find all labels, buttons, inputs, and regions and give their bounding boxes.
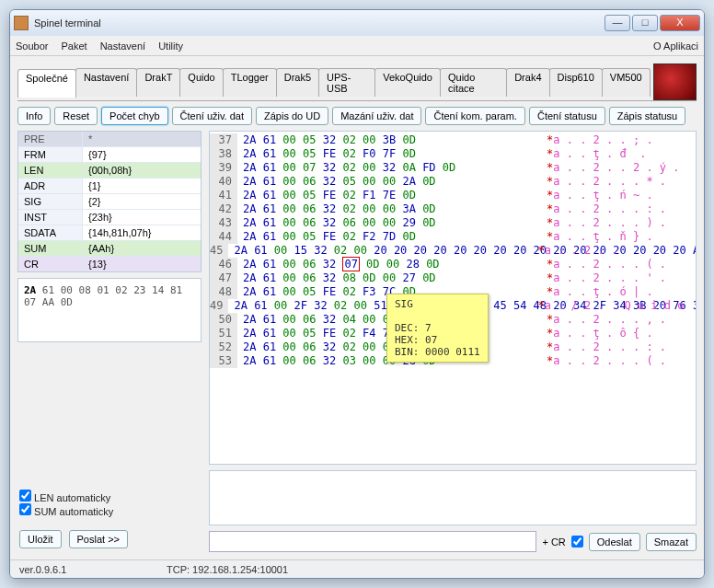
menu-item[interactable]: Utility: [158, 40, 183, 52]
menu-item[interactable]: Paket: [61, 40, 86, 52]
param-table: PRE * FRM{97}LEN{00h,08h}ADR{1}SIG{2}INS…: [17, 131, 202, 272]
param-val[interactable]: {AAh}: [83, 241, 201, 256]
close-button[interactable]: X: [660, 15, 700, 31]
param-key: ADR: [18, 179, 83, 193]
toolbar-button[interactable]: Mazání uživ. dat: [332, 107, 421, 125]
toolbar-button[interactable]: Čtení uživ. dat: [172, 107, 253, 125]
hex-line[interactable]: 422A 61 00 06 32 02 00 00 3A 0D*a . . 2 …: [210, 202, 696, 216]
hex-line[interactable]: 382A 61 00 05 FE 02 F0 7F 0D*a . . ţ . đ…: [210, 147, 696, 161]
toolbar-button[interactable]: Zápis statusu: [609, 107, 685, 125]
hex-line[interactable]: 452A 61 00 15 32 02 00 20 20 20 20 20 20…: [210, 244, 696, 258]
tab-vm500[interactable]: VM500: [602, 68, 651, 97]
app-icon: [14, 16, 29, 30]
window-title: Spinel terminal: [34, 17, 605, 29]
tab-quido citace[interactable]: Quido citace: [440, 68, 507, 97]
menu-item[interactable]: Soubor: [16, 40, 48, 52]
byte-tooltip: SIG DEC: 7 HEX: 07 BIN: 0000 0111: [386, 294, 489, 363]
param-key: SDATA: [18, 225, 83, 240]
hex-line[interactable]: 442A 61 00 05 FE 02 F2 7D 0D*a . . ţ . ň…: [210, 230, 696, 244]
submit-button[interactable]: Odeslat: [589, 533, 640, 551]
clear-button[interactable]: Smazat: [646, 533, 697, 551]
param-val[interactable]: {13}: [83, 257, 201, 271]
param-key: LEN: [18, 163, 83, 178]
param-val[interactable]: {97}: [83, 147, 201, 162]
hex-line[interactable]: 372A 61 00 05 32 02 00 3B 0D*a . . 2 . .…: [210, 133, 696, 147]
hex-line[interactable]: 462A 61 00 06 32 07 0D 00 28 0D*a . . 2 …: [210, 258, 696, 271]
tab-quido[interactable]: Quido: [179, 68, 223, 97]
hex-line[interactable]: 402A 61 00 06 32 05 00 00 2A 0D*a . . 2 …: [210, 175, 696, 189]
len-auto-checkbox[interactable]: LEN automaticky: [19, 490, 200, 503]
toolbar-button[interactable]: Počet chyb: [101, 107, 167, 125]
param-val[interactable]: {00h,08h}: [83, 163, 201, 178]
tab-ups-usb[interactable]: UPS-USB: [318, 68, 375, 97]
minimize-button[interactable]: —: [605, 15, 630, 31]
tab-tlogger[interactable]: TLogger: [223, 68, 277, 97]
toolbar-button[interactable]: Info: [17, 107, 51, 125]
param-val[interactable]: {14h,81h,07h}: [83, 225, 201, 240]
param-val[interactable]: {2}: [83, 194, 201, 209]
param-key: INST: [18, 210, 83, 225]
param-val: *: [83, 132, 201, 146]
toolbar-button[interactable]: Reset: [54, 107, 98, 125]
menubar: Soubor Paket Nastavení Utility O Aplikac…: [10, 36, 704, 56]
auto-checks: LEN automaticky SUM automaticky: [17, 486, 202, 521]
about-link[interactable]: O Aplikaci: [653, 40, 698, 52]
hex-line[interactable]: 432A 61 00 06 32 06 00 00 29 0D*a . . 2 …: [210, 216, 696, 230]
hex-view[interactable]: 372A 61 00 05 32 02 00 3B 0D*a . . 2 . .…: [209, 131, 697, 465]
param-key: PRE: [18, 132, 83, 146]
cr-label: + CR: [542, 536, 565, 548]
toolbar-button[interactable]: Zápis do UD: [256, 107, 328, 125]
menu-item[interactable]: Nastavení: [100, 40, 146, 52]
hex-line[interactable]: 392A 61 00 07 32 02 00 32 0A FD 0D*a . .…: [210, 161, 696, 175]
tab-disp610[interactable]: Disp610: [549, 68, 603, 97]
command-input[interactable]: [209, 531, 536, 552]
connection-label: TCP: 192.168.1.254:10001: [167, 564, 288, 575]
sum-auto-checkbox[interactable]: SUM automaticky: [19, 503, 200, 517]
param-key: SUM: [18, 241, 83, 256]
tab-image: [653, 63, 697, 100]
statusbar: ver.0.9.6.1 TCP: 192.168.1.254:10001: [10, 559, 704, 578]
param-val[interactable]: {23h}: [83, 210, 201, 225]
version-label: ver.0.9.6.1: [19, 564, 167, 575]
hex-line[interactable]: 472A 61 00 06 32 08 0D 00 27 0D*a . . 2 …: [210, 271, 696, 285]
save-button[interactable]: Uložit: [19, 530, 62, 548]
param-val[interactable]: {1}: [83, 179, 201, 193]
tab-společné[interactable]: Společné: [17, 69, 76, 98]
tab-drakt[interactable]: DrakT: [136, 68, 180, 97]
toolbar: InfoResetPočet chybČtení uživ. datZápis …: [17, 101, 697, 131]
tab-nastavení[interactable]: Nastavení: [75, 68, 138, 97]
param-key: FRM: [18, 147, 83, 162]
tab-vekoquido[interactable]: VekoQuido: [374, 68, 441, 97]
tabstrip: SpolečnéNastaveníDrakTQuidoTLoggerDrak5U…: [17, 63, 697, 101]
hex-line[interactable]: 412A 61 00 05 FE 02 F1 7E 0D*a . . ţ . ń…: [210, 189, 696, 202]
maximize-button[interactable]: □: [632, 15, 658, 31]
param-key: CR: [18, 257, 83, 271]
output-box[interactable]: [209, 470, 697, 525]
packet-hex-summary: 2A 61 00 08 01 02 23 14 81 07 AA 0D: [17, 278, 202, 342]
tab-drak4[interactable]: Drak4: [506, 68, 549, 97]
cr-checkbox[interactable]: [571, 536, 583, 548]
titlebar[interactable]: Spinel terminal — □ X: [10, 10, 704, 36]
param-key: SIG: [18, 194, 83, 209]
app-window: Spinel terminal — □ X Soubor Paket Nasta…: [9, 9, 705, 579]
toolbar-button[interactable]: Čtení statusu: [529, 107, 605, 125]
toolbar-button[interactable]: Čtení kom. param.: [425, 107, 524, 125]
send-button[interactable]: Poslat >>: [69, 530, 128, 548]
tab-drak5[interactable]: Drak5: [276, 68, 319, 97]
